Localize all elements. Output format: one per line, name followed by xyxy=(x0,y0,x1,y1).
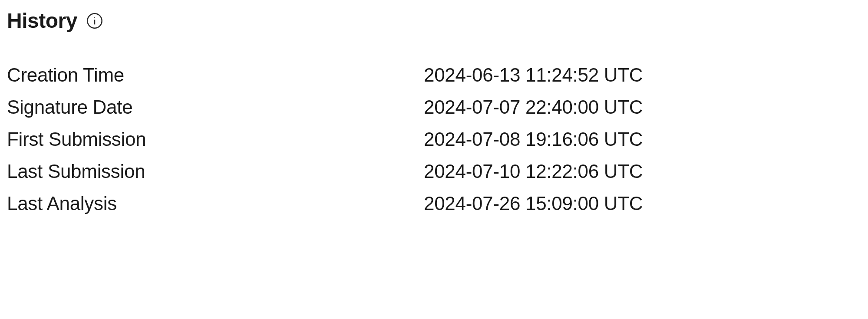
history-label: Creation Time xyxy=(7,64,424,86)
history-label: Last Analysis xyxy=(7,193,424,214)
history-label: Last Submission xyxy=(7,161,424,182)
history-value: 2024-07-08 19:16:06 UTC xyxy=(424,128,643,150)
history-row: First Submission 2024-07-08 19:16:06 UTC xyxy=(7,123,861,155)
history-value: 2024-07-07 22:40:00 UTC xyxy=(424,96,643,118)
info-icon[interactable] xyxy=(86,12,103,30)
history-value: 2024-06-13 11:24:52 UTC xyxy=(424,64,643,86)
history-section: History Creation Time 2024-06-13 11:24:5… xyxy=(0,0,868,220)
section-header: History xyxy=(7,9,861,45)
history-list: Creation Time 2024-06-13 11:24:52 UTC Si… xyxy=(7,45,861,220)
history-row: Signature Date 2024-07-07 22:40:00 UTC xyxy=(7,91,861,123)
history-row: Creation Time 2024-06-13 11:24:52 UTC xyxy=(7,59,861,91)
history-row: Last Submission 2024-07-10 12:22:06 UTC xyxy=(7,155,861,187)
history-value: 2024-07-26 15:09:00 UTC xyxy=(424,193,643,214)
history-label: Signature Date xyxy=(7,96,424,118)
history-label: First Submission xyxy=(7,128,424,150)
svg-point-2 xyxy=(94,17,95,18)
section-title: History xyxy=(7,9,77,33)
history-row: Last Analysis 2024-07-26 15:09:00 UTC xyxy=(7,187,861,220)
history-value: 2024-07-10 12:22:06 UTC xyxy=(424,161,643,182)
